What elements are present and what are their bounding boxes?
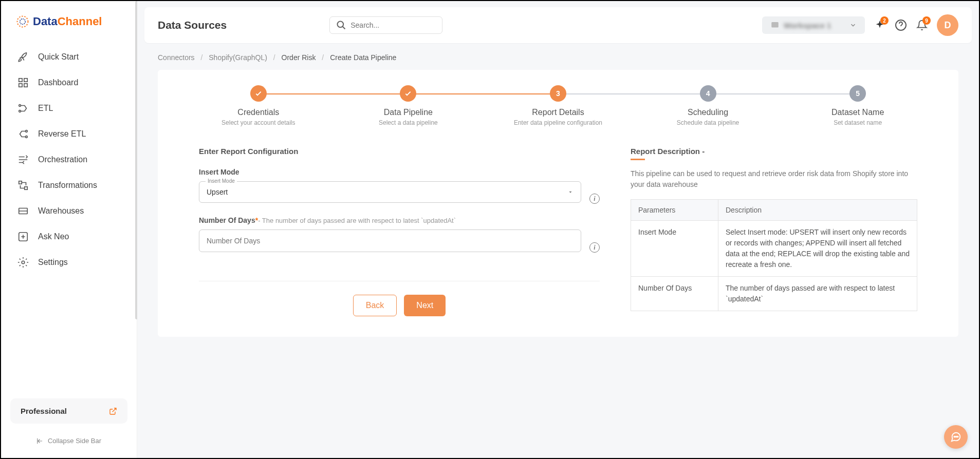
step-title: Scheduling	[688, 108, 728, 117]
sidebar-item-label: Transformations	[38, 181, 97, 190]
collapse-icon	[36, 437, 44, 445]
sidebar-item-transformations[interactable]: Transformations	[8, 173, 130, 198]
transformations-icon	[17, 180, 29, 191]
database-icon	[17, 205, 29, 217]
svg-point-14	[338, 22, 344, 28]
reverse-etl-icon	[17, 128, 29, 140]
logo[interactable]: DataChannel	[1, 10, 137, 44]
sidebar-item-warehouses[interactable]: Warehouses	[8, 198, 130, 224]
avatar[interactable]: D	[937, 14, 958, 36]
notifications-badge: 9	[922, 16, 931, 25]
chat-fab[interactable]	[944, 425, 968, 449]
logo-text-1: Data	[33, 15, 58, 28]
sidebar-item-label: Ask Neo	[38, 232, 69, 241]
step-title: Data Pipeline	[384, 108, 433, 117]
step-credentials[interactable]: Credentials Select your account details	[183, 85, 334, 126]
days-info[interactable]: i	[589, 242, 600, 253]
days-input[interactable]	[199, 230, 581, 252]
insert-mode-select[interactable]: Insert Mode Upsert	[199, 181, 581, 203]
next-button[interactable]: Next	[404, 295, 446, 316]
etl-icon	[17, 103, 29, 114]
step-sub: Enter data pipeline configuration	[514, 119, 602, 126]
svg-point-6	[19, 105, 21, 107]
sidebar-item-label: Orchestration	[38, 155, 87, 164]
step-dataset-name[interactable]: 5 Dataset Name Set dataset name	[783, 85, 933, 126]
help-button[interactable]	[895, 19, 907, 31]
step-sub: Select your account details	[221, 119, 295, 126]
table-row: Insert Mode Select Insert mode: UPSERT w…	[631, 221, 917, 277]
search-input[interactable]	[350, 21, 440, 29]
sidebar-item-dashboard[interactable]: Dashboard	[8, 70, 130, 95]
svg-rect-2	[19, 79, 22, 82]
sidebar: DataChannel Quick Start Dashboard ETL Re…	[1, 1, 137, 458]
svg-rect-15	[771, 22, 779, 28]
form-left: Enter Report Configuration Insert Mode I…	[199, 147, 600, 316]
days-label: Number Of Days*- The number of days pass…	[199, 216, 600, 224]
sparkle-button[interactable]: 2	[874, 20, 885, 31]
back-button[interactable]: Back	[353, 295, 397, 316]
workspace-name: Workspace 1	[784, 21, 845, 30]
logo-icon	[15, 14, 30, 29]
desc-cell: Select Insert mode: UPSERT will insert o…	[718, 221, 917, 277]
search-box[interactable]	[329, 16, 442, 34]
step-report-details[interactable]: 3 Report Details Enter data pipeline con…	[483, 85, 633, 126]
sidebar-item-etl[interactable]: ETL	[8, 95, 130, 121]
plan-label: Professional	[21, 407, 67, 415]
svg-point-17	[954, 436, 955, 437]
breadcrumb-create-pipeline: Create Data Pipeline	[330, 53, 396, 62]
step-title: Credentials	[237, 108, 279, 117]
svg-rect-5	[24, 84, 27, 87]
insert-mode-float-label: Insert Mode	[206, 178, 237, 184]
svg-point-18	[956, 436, 957, 437]
sidebar-item-quick-start[interactable]: Quick Start	[8, 44, 130, 70]
step-scheduling[interactable]: 4 Scheduling Schedule data pipeline	[633, 85, 783, 126]
breadcrumb-shopify[interactable]: Shopify(GraphQL)	[209, 53, 267, 62]
logo-text-2: Channel	[58, 15, 102, 28]
gear-icon	[17, 257, 29, 268]
sidebar-item-settings[interactable]: Settings	[8, 250, 130, 275]
sidebar-item-label: ETL	[38, 104, 53, 113]
svg-point-7	[19, 110, 21, 112]
sidebar-item-reverse-etl[interactable]: Reverse ETL	[8, 121, 130, 147]
step-num: 5	[849, 85, 866, 102]
dropdown-arrow-icon	[567, 189, 574, 195]
content-card: Credentials Select your account details …	[158, 70, 958, 337]
svg-point-1	[20, 19, 26, 25]
step-data-pipeline[interactable]: Data Pipeline Select a data pipeline	[334, 85, 484, 126]
table-row: Number Of Days The number of days passed…	[631, 277, 917, 311]
svg-rect-11	[25, 187, 28, 190]
svg-point-0	[17, 16, 28, 27]
sidebar-item-label: Settings	[38, 258, 68, 267]
plan-box[interactable]: Professional	[10, 398, 127, 424]
sidebar-item-label: Reverse ETL	[38, 129, 86, 139]
collapse-sidebar[interactable]: Collapse Side Bar	[1, 433, 137, 449]
button-row: Back Next	[199, 281, 600, 316]
sidebar-item-ask-neo[interactable]: Ask Neo	[8, 224, 130, 250]
step-num: 3	[550, 85, 566, 102]
insert-mode-value: Upsert	[207, 188, 567, 196]
search-icon	[336, 20, 346, 30]
breadcrumb-connectors[interactable]: Connectors	[158, 53, 195, 62]
workspace-icon	[770, 21, 780, 30]
stepper: Credentials Select your account details …	[183, 85, 933, 126]
step-num: 4	[700, 85, 716, 102]
nav: Quick Start Dashboard ETL Reverse ETL Or…	[1, 44, 137, 398]
step-title: Report Details	[532, 108, 584, 117]
grid-icon	[17, 77, 29, 88]
svg-rect-10	[19, 181, 22, 184]
parameters-table: Parameters Description Insert Mode Selec…	[631, 199, 917, 311]
breadcrumb-order-risk: Order Risk	[282, 53, 316, 62]
svg-point-8	[26, 130, 28, 132]
param-cell: Number Of Days	[631, 277, 718, 311]
sparkle-badge: 2	[880, 16, 889, 25]
insert-mode-label: Insert Mode	[199, 168, 600, 176]
breadcrumb: Connectors / Shopify(GraphQL) / Order Ri…	[137, 43, 979, 67]
workspace-selector[interactable]: Workspace 1	[762, 16, 865, 34]
insert-mode-info[interactable]: i	[589, 194, 600, 204]
report-description-panel: Report Description - This pipeline can b…	[631, 147, 917, 316]
svg-point-13	[22, 261, 25, 264]
sidebar-item-orchestration[interactable]: Orchestration	[8, 147, 130, 173]
collapse-label: Collapse Side Bar	[48, 437, 101, 445]
notifications-button[interactable]: 9	[916, 20, 928, 31]
page-title: Data Sources	[158, 19, 227, 31]
